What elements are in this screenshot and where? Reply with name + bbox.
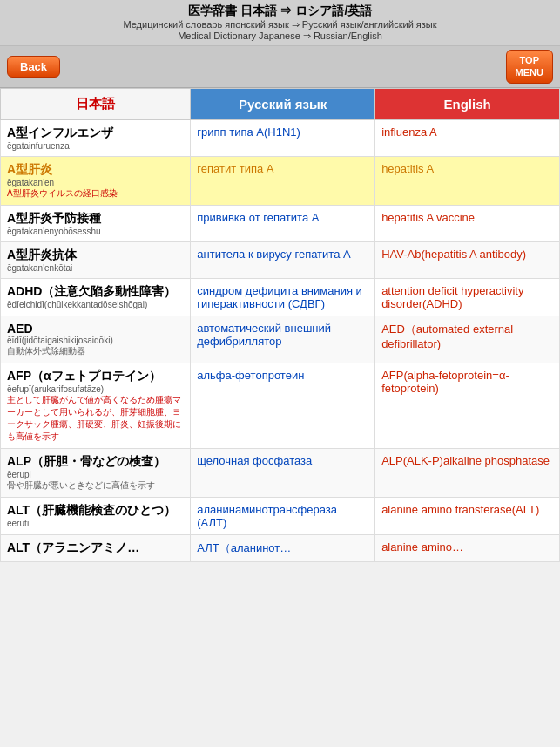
jp-cell: AEDēīdī(jidōtaigaishikijosaidōki)自動体外式除細… [1, 316, 191, 363]
table-row: ALT（肝臓機能検査のひとつ）ēerutīаланинаминотрансфер… [1, 497, 560, 534]
jp-romaji: ēefupī(arukarifosufatāze) [7, 384, 184, 394]
en-cell: hepatitis A [375, 156, 560, 205]
en-cell: ALP(ALK-P)alkaline phosphatase [375, 448, 560, 497]
jp-romaji: ēgatakan'enyobōsesshu [7, 227, 184, 236]
app-title: 医学辞書 日本語 ⇒ ロシア語/英語 [7, 3, 553, 19]
table-row: ALT（アラニンアミノ…АЛТ（аланинот…alanine amino… [1, 534, 560, 561]
jp-cell: A型肝炎ēgatakan'enA型肝炎ウイルスの経口感染 [1, 156, 191, 205]
jp-note: 主として肝臓がんで値が高くなるため腫瘍マーカーとして用いられるが、肝芽細胞腫、ヨ… [7, 394, 184, 443]
jp-term: ALT（肝臓機能検査のひとつ） [7, 503, 176, 517]
column-header-jp: 日本語 [1, 88, 191, 119]
ru-translation: АЛТ（аланинот… [197, 541, 291, 554]
jp-term: ALP（肝胆・骨などの検査） [7, 454, 165, 468]
jp-romaji: ēīdī(jidōtaigaishikijosaidōki) [7, 336, 184, 345]
app-subtitle2: Medical Dictionary Japanese ⇒ Russian/En… [7, 31, 553, 42]
ru-translation: щелочная фосфатаза [197, 454, 312, 467]
jp-cell: ALT（肝臓機能検査のひとつ）ēerutī [1, 497, 191, 534]
top-menu-button[interactable]: TOPMENU [506, 50, 553, 84]
jp-romaji: ēgatainfuruenza [7, 141, 184, 151]
ru-cell: аланинаминотрансфераза (АЛТ) [191, 497, 375, 534]
jp-term: ALT（アラニンアミノ… [7, 540, 139, 554]
jp-cell: A型インフルエンザēgatainfuruenza [1, 119, 191, 156]
column-header-ru: Русский язык [191, 88, 375, 119]
en-translation: alanine amino… [381, 540, 463, 553]
ru-translation: аланинаминотрансфераза (АЛТ) [197, 503, 337, 529]
app-subtitle1: Медицинский словарь японский язык ⇒ Русс… [7, 19, 553, 31]
en-translation: alanine amino transferase(ALT) [381, 503, 539, 516]
table-row: A型インフルエンザēgatainfuruenzaгрипп типа А(H1N… [1, 119, 560, 156]
jp-term: A型インフルエンザ [7, 126, 113, 139]
table-row: AEDēīdī(jidōtaigaishikijosaidōki)自動体外式除細… [1, 316, 560, 363]
en-translation: AED（automated external defibrillator) [381, 323, 513, 350]
ru-cell: АЛТ（аланинот… [191, 534, 375, 561]
ru-translation: прививка от гепатита А [197, 211, 319, 224]
ru-cell: синдром дефицита внимания и гиперактивно… [191, 278, 375, 316]
jp-term: A型肝炎抗体 [7, 248, 77, 261]
jp-note2: 自動体外式除細動器 [7, 345, 184, 357]
jp-romaji: ēerupi [7, 470, 184, 479]
table-row: A型肝炎抗体ēgatakan'enkōtaiантитела к вирусу … [1, 241, 560, 278]
jp-cell: ALP（肝胆・骨などの検査）ēerupi骨や肝臓が悪いときなどに高値を示す [1, 448, 191, 497]
jp-note: A型肝炎ウイルスの経口感染 [7, 187, 184, 200]
en-cell: alanine amino… [375, 534, 560, 561]
en-cell: hepatitis A vaccine [375, 205, 560, 241]
nav-bar: Back TOPMENU [0, 46, 560, 88]
ru-translation: автоматический внешний дефибриллятор [197, 322, 331, 348]
ru-translation: антитела к вирусу гепатита А [197, 248, 350, 261]
ru-translation: грипп типа А(H1N1) [197, 126, 300, 139]
back-button[interactable]: Back [7, 56, 60, 78]
ru-translation: синдром дефицита внимания и гиперактивно… [197, 284, 362, 310]
table-row: A型肝炎ēgatakan'enA型肝炎ウイルスの経口感染гепатит типа… [1, 156, 560, 205]
en-translation: HAV-Ab(hepatitis A antibody) [381, 248, 526, 261]
jp-term: AED [7, 322, 33, 336]
jp-term: AFP（αフェトプロテイン） [7, 369, 161, 383]
en-cell: HAV-Ab(hepatitis A antibody) [375, 241, 560, 278]
en-translation: hepatitis A [381, 162, 434, 175]
en-translation: AFP(alpha-fetoprotein=α-fetoprotein) [381, 369, 509, 395]
ru-translation: альфа-фетопротеин [197, 369, 304, 382]
ru-cell: альфа-фетопротеин [191, 363, 375, 448]
en-translation: hepatitis A vaccine [381, 211, 475, 224]
ru-translation: гепатит типа А [197, 162, 273, 175]
jp-term: A型肝炎 [7, 162, 52, 176]
jp-cell: ADHD（注意欠陥多動性障害）ēdīeichidī(chūikekkantadō… [1, 278, 191, 316]
en-cell: influenza A [375, 119, 560, 156]
jp-note2: 骨や肝臓が悪いときなどに高値を示す [7, 479, 184, 492]
jp-term: ADHD（注意欠陥多動性障害） [7, 284, 176, 298]
table-row: AFP（αフェトプロテイン）ēefupī(arukarifosufatāze)主… [1, 363, 560, 448]
table-header: 日本語 Русский язык English [1, 88, 560, 119]
jp-cell: AFP（αフェトプロテイン）ēefupī(arukarifosufatāze)主… [1, 363, 191, 448]
ru-cell: антитела к вирусу гепатита А [191, 241, 375, 278]
ru-cell: гепатит типа А [191, 156, 375, 205]
table-row: A型肝炎予防接種ēgatakan'enyobōsesshuпрививка от… [1, 205, 560, 241]
en-translation: influenza A [381, 126, 437, 139]
en-translation: attention deficit hyperactivity disorder… [381, 284, 523, 310]
en-cell: attention deficit hyperactivity disorder… [375, 278, 560, 316]
jp-term: A型肝炎予防接種 [7, 211, 101, 225]
table-row: ADHD（注意欠陥多動性障害）ēdīeichidī(chūikekkantadō… [1, 278, 560, 316]
dictionary-table: 日本語 Русский язык English A型インフルエンザēgatai… [0, 88, 560, 562]
table-row: ALP（肝胆・骨などの検査）ēerupi骨や肝臓が悪いときなどに高値を示すщел… [1, 448, 560, 497]
jp-cell: A型肝炎予防接種ēgatakan'enyobōsesshu [1, 205, 191, 241]
column-header-en: English [375, 88, 560, 119]
jp-romaji: ēdīeichidī(chūikekkantadōseishōgai) [7, 300, 184, 309]
jp-cell: A型肝炎抗体ēgatakan'enkōtai [1, 241, 191, 278]
en-cell: AFP(alpha-fetoprotein=α-fetoprotein) [375, 363, 560, 448]
jp-romaji: ēgatakan'en [7, 178, 184, 187]
en-translation: ALP(ALK-P)alkaline phosphatase [381, 454, 550, 467]
ru-cell: прививка от гепатита А [191, 205, 375, 241]
en-cell: alanine amino transferase(ALT) [375, 497, 560, 534]
ru-cell: автоматический внешний дефибриллятор [191, 316, 375, 363]
en-cell: AED（automated external defibrillator) [375, 316, 560, 363]
jp-romaji: ēgatakan'enkōtai [7, 263, 184, 273]
ru-cell: грипп типа А(H1N1) [191, 119, 375, 156]
top-bar: 医学辞書 日本語 ⇒ ロシア語/英語 Медицинский словарь я… [0, 0, 560, 46]
jp-romaji: ēerutī [7, 519, 184, 528]
jp-cell: ALT（アラニンアミノ… [1, 534, 191, 561]
ru-cell: щелочная фосфатаза [191, 448, 375, 497]
